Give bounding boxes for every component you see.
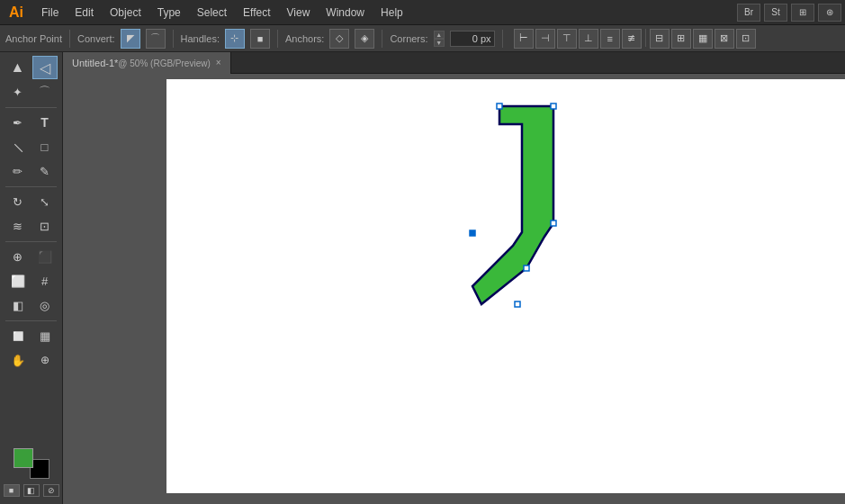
distribute-icon: ≡ [607,33,612,44]
menu-view[interactable]: View [280,4,318,21]
menu-window[interactable]: Window [319,4,372,21]
bridge-button[interactable]: Br [737,4,760,22]
toolbar-sep-2 [173,30,174,48]
magic-wand-tool[interactable]: ✦ [5,80,31,104]
distribute-v-btn[interactable]: ≢ [622,29,642,49]
handles-label: Handles: [181,33,220,44]
menu-help[interactable]: Help [373,4,410,21]
sync-button[interactable]: ⊛ [818,4,841,22]
anchor-top-left[interactable] [497,104,502,109]
hide-anchors-btn[interactable]: ◈ [355,29,374,49]
distribute-eq-btn[interactable]: ⊠ [715,29,734,49]
grid-icon: ⊞ [799,7,806,17]
scale-tool[interactable]: ⤡ [32,190,58,213]
convert-smooth-btn[interactable]: ⌒ [146,29,166,49]
align-top-btn[interactable]: ⊥ [579,29,598,49]
align-center-btn[interactable]: ⊣ [535,29,555,49]
magic-lasso-row: ✦ ⌒ [2,80,60,104]
corner-radius-input[interactable] [450,31,495,47]
color-mode-btn[interactable]: ■ [4,484,20,497]
more-align-btn[interactable]: ▦ [693,29,713,49]
tab-close-button[interactable]: × [216,58,221,68]
anchor-top-right[interactable] [551,104,556,109]
rotate-tool[interactable]: ↻ [5,190,31,213]
stock-icon: St [771,7,779,17]
pencil-tool[interactable]: ✎ [32,159,58,183]
toolbar-sep-5 [502,30,503,48]
rect-tool[interactable]: □ [32,135,58,158]
line-tool[interactable]: | [5,135,31,158]
perspective-tool[interactable]: ⬜ [5,269,31,292]
live-paint-tool[interactable]: ⬛ [32,245,58,268]
menu-effect[interactable]: Effect [236,4,277,21]
pen-tool[interactable]: ✒ [5,111,31,134]
convert-corner-btn[interactable]: ◤ [121,29,140,49]
gradient-mode-btn[interactable]: ◧ [23,484,40,497]
align-left-icon: ⊢ [519,32,528,44]
gradient-tool[interactable]: ◧ [5,293,31,317]
column-graph-tool[interactable]: ▦ [32,324,58,347]
menu-edit[interactable]: Edit [67,4,101,21]
corner-radius-spinner[interactable]: ▲ ▼ [434,31,445,47]
lasso-tool[interactable]: ⌒ [32,80,58,104]
corner-radius-up[interactable]: ▲ [434,31,445,39]
corner-radius-down[interactable]: ▼ [434,39,445,47]
align-left-btn[interactable]: ⊢ [514,29,534,49]
anchor-bottom-right[interactable] [524,266,529,271]
menu-bar: Ai File Edit Object Type Select Effect V… [0,0,845,25]
blend-tool[interactable]: ◎ [32,293,58,317]
menu-object[interactable]: Object [103,4,148,21]
workspace-grid-button[interactable]: ⊞ [791,4,814,22]
distribute-v-icon: ≢ [627,32,635,44]
free-transform-tool[interactable]: ⊡ [32,214,58,238]
anchor-selected[interactable] [470,230,475,236]
direct-select-tool[interactable]: ◁ [32,56,58,79]
anchor-bottom-mid[interactable] [515,302,520,307]
select-tool[interactable]: ▲ [5,56,31,79]
lasso-icon: ⌒ [39,84,50,100]
magic-wand-icon: ✦ [13,86,22,99]
tool-divider-4 [5,320,57,321]
handles-square-btn[interactable]: ■ [250,29,270,49]
tab-title: Untitled-1*@ 50% (RGB/Preview) [72,58,211,68]
stock-button[interactable]: St [764,4,787,22]
zoom-tool[interactable]: ⊕ [32,348,58,372]
handles-btn[interactable]: ⊹ [225,29,245,49]
warp-icon: ≋ [13,220,22,233]
color-mode-row: ■ ◧ ⊘ [4,484,59,497]
anchor-right-mid[interactable] [551,220,556,226]
shape-builder-tool[interactable]: ⊕ [5,245,31,268]
menu-file[interactable]: File [34,4,66,21]
shape-svg [472,106,580,331]
tool-divider-1 [5,107,57,108]
tool-divider-3 [5,241,57,242]
shape-builder-icon: ⊕ [13,250,22,264]
warp-tool[interactable]: ≋ [5,214,31,238]
paintbrush-tool[interactable]: ✏ [5,159,31,183]
bridge-icon: Br [744,7,753,17]
type-tool[interactable]: T [32,111,58,134]
menu-right-icons: Br St ⊞ ⊛ [737,4,841,22]
corners-label: Corners: [390,33,427,44]
align-top-icon: ⊥ [584,32,593,44]
menu-type[interactable]: Type [150,4,188,21]
menu-select[interactable]: Select [190,4,234,21]
artboard-tool[interactable]: ⬜ [5,324,31,347]
show-anchors-btn[interactable]: ◇ [329,29,349,49]
toolbar-sep-4 [382,30,382,48]
mesh-tool[interactable]: # [32,269,58,292]
align-right-btn[interactable]: ⊤ [557,29,577,49]
brush-row: ✏ ✎ [2,159,60,183]
green-shape[interactable] [472,106,553,304]
none-mode-btn[interactable]: ⊘ [43,484,59,497]
document-tab[interactable]: Untitled-1*@ 50% (RGB/Preview) × [63,52,231,74]
distribute-btn[interactable]: ≡ [600,29,620,49]
align-h-btn[interactable]: ⊟ [650,29,670,49]
hand-tool[interactable]: ✋ [5,348,31,372]
distribute-eq2-btn[interactable]: ⊡ [736,29,756,49]
fill-color-swatch[interactable] [13,448,33,468]
mesh-icon: # [41,274,48,288]
canvas-area[interactable]: Untitled-1*@ 50% (RGB/Preview) × [63,52,845,504]
align-v-btn[interactable]: ⊞ [671,29,691,49]
rect-icon: □ [41,140,49,154]
